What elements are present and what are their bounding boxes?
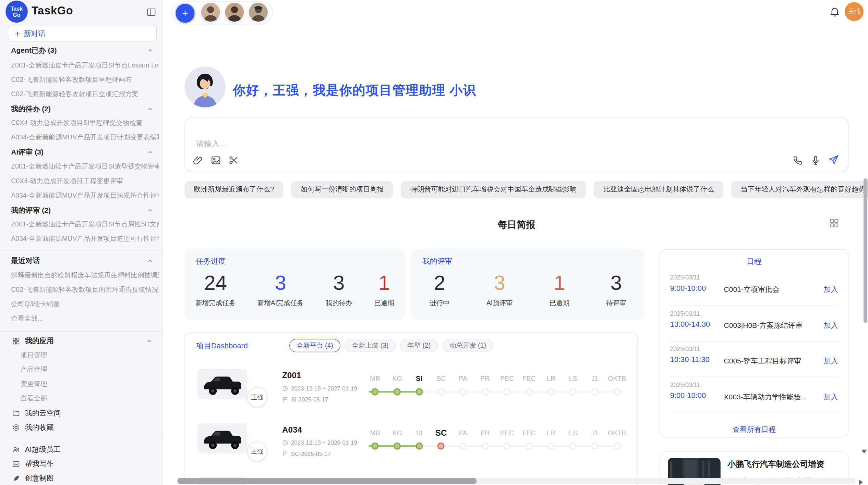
sidebar-item[interactable]: C02-飞腾新能源轻客改款项目立项汇报方案	[11, 88, 159, 100]
add-agent-button[interactable]: +	[174, 3, 195, 24]
scissors-icon[interactable]	[228, 155, 239, 166]
sidebar-item-help-me-write[interactable]: 帮我写作	[12, 458, 157, 470]
project-vehicle-image	[197, 423, 248, 453]
suggestion-chip[interactable]: 当下年轻人对汽车外观有怎样的喜好趋势	[731, 181, 868, 198]
microphone-icon[interactable]	[810, 155, 821, 165]
sidebar-item[interactable]: Z001-全新燃油皮卡产品开发项目SI节点Lesson Learn报告	[11, 59, 159, 72]
project-row-a034[interactable]: 王强 A034 2023-12-19 ~ 2026-01-19 SC-2025-…	[185, 421, 637, 474]
section-header-ai-review[interactable]: AI评审 (3)	[11, 146, 157, 159]
stat-new-ai-done: 3 新增AI完成任务	[257, 272, 304, 308]
image-upload-icon[interactable]	[210, 155, 221, 166]
agent-avatar[interactable]	[200, 2, 221, 23]
sidebar-item-my-apps[interactable]: 我的应用	[12, 335, 157, 347]
chat-input[interactable]	[195, 138, 641, 148]
sidebar-item[interactable]: C0X4-动力总成开发项目工程变更评审	[11, 175, 159, 187]
join-link[interactable]: 加入	[824, 392, 838, 402]
section-header-agent-done[interactable]: Agent已办 (3)	[11, 44, 157, 57]
milestone-dot	[459, 443, 467, 450]
recent-chat-item[interactable]: 解释最新出台的欧盟报废车法规再生塑料比例被调至15%...	[11, 269, 159, 282]
section-header-my-todo[interactable]: 我的待办 (2)	[11, 103, 157, 115]
milestone-dot	[526, 388, 533, 395]
sidebar-item-favorites[interactable]: 我的收藏	[12, 421, 157, 434]
sidebar-item-cloud-space[interactable]: 我的云空间	[12, 407, 157, 419]
send-icon[interactable]	[828, 154, 839, 165]
chevron-up-icon	[147, 106, 153, 112]
sidebar-item[interactable]: A034-全新新能源MUV产品开发项目法规符合性评审	[11, 189, 159, 202]
sidebar-collapse-icon[interactable]	[146, 7, 156, 17]
attachment-icon[interactable]	[193, 155, 204, 166]
my-apps-label: 我的应用	[25, 335, 54, 347]
schedule-time: 10:30-11:30	[670, 356, 710, 364]
sidebar-item[interactable]: A034-全新新能源MUV产品开发项目计划变更表编写	[11, 131, 159, 144]
join-link[interactable]: 加入	[824, 285, 838, 295]
news-title: 小鹏飞行汽车制造公司增资	[728, 459, 824, 470]
project-date-range-row: 2023-12-19 ~ 2027-01-19	[282, 385, 357, 391]
sidebar-item[interactable]: C0X4-动力总成开发项目SI里程碑提交物检查	[11, 117, 159, 129]
milestone-dot	[569, 388, 577, 395]
stat-label: 待评审	[606, 298, 626, 308]
app-link-project-mgmt[interactable]: 项目管理	[21, 349, 159, 361]
vertical-scrollbar-thumb[interactable]	[864, 178, 867, 323]
new-chat-label: 新对话	[24, 28, 45, 38]
chevron-up-icon	[147, 47, 153, 53]
section-header-label: 我的评审 (2)	[11, 206, 51, 214]
horizontal-scrollbar-thumb[interactable]	[177, 478, 477, 484]
schedule-card: 日程 2025/03/11 9:00-10:00 C001-立项审批会 加入 2…	[660, 249, 848, 438]
notification-bell-icon[interactable]	[829, 6, 840, 17]
new-chat-button[interactable]: + 新对话	[8, 25, 157, 42]
stat-in-progress: 2 进行中	[430, 272, 449, 308]
star-icon	[12, 424, 20, 432]
plus-icon: +	[182, 8, 188, 18]
project-owner-badge: 王强	[247, 442, 267, 461]
sidebar-item[interactable]: Z001-全新燃油轻卡产品开发项目SI造型提交物评审	[11, 160, 159, 172]
milestone-label: PEC	[496, 373, 518, 385]
sidebar-item[interactable]: C02-飞腾新能源轻客改款项目里程碑画布	[11, 74, 159, 86]
milestone-dot	[372, 388, 379, 395]
view-all-recent-link[interactable]: 查看全部...	[11, 312, 159, 325]
view-all-schedule-link[interactable]: 查看所有日程	[660, 425, 848, 435]
phone-icon[interactable]	[793, 155, 803, 165]
divider	[670, 376, 838, 377]
recent-chat-item[interactable]: 公司Q3轻卡销量	[11, 298, 159, 310]
join-link[interactable]: 加入	[824, 321, 838, 331]
section-header-recent-chats[interactable]: 最近对话	[11, 255, 157, 267]
recent-chat-item[interactable]: C02-飞腾新能源轻客改款项目的闭环通告反馈情况	[11, 284, 159, 296]
sidebar-item-ai-super-staff[interactable]: AI超级员工	[12, 444, 157, 456]
tab-powertrain[interactable]: 动总开发 (1)	[442, 339, 493, 352]
agent-avatar[interactable]	[248, 2, 269, 23]
app-logo: Task Go	[5, 1, 28, 23]
suggestion-chip[interactable]: 特朗普可能对进口汽车增税会对中国车企造成哪些影响	[401, 181, 586, 198]
scroll-right-arrow-icon[interactable]	[859, 480, 863, 485]
sidebar-item-creative-drawing[interactable]: 创意制图	[12, 472, 157, 485]
stat-my-todo: 3 我的待办	[326, 272, 352, 308]
app-link-change-mgmt[interactable]: 变更管理	[21, 378, 159, 390]
sidebar-item[interactable]: Z001-全新燃油轻卡产品开发项目SI节点属性5D文件评审	[11, 218, 159, 231]
layout-grid-icon[interactable]	[829, 218, 839, 228]
suggestion-chip[interactable]: 欧洲新规最近颁布了什么?	[184, 181, 284, 198]
sidebar-item[interactable]: A034-全新新能源MUV产品开发项目造型可行性评审	[11, 233, 159, 245]
join-link[interactable]: 加入	[824, 356, 838, 366]
project-row-z001[interactable]: 王强 Z001 2023-12-19 ~ 2027-01-19 SI-2025-…	[185, 367, 637, 420]
schedule-item: 2025/03/11 9:00-10:00 X003-车辆动力学性能验... 加…	[670, 382, 838, 413]
view-all-apps-link[interactable]: 查看全部...	[21, 392, 159, 405]
project-owner-badge: 王强	[247, 387, 267, 407]
tab-model-year[interactable]: 年型 (2)	[400, 339, 438, 352]
logo-text-top: Task	[11, 5, 23, 12]
stat-overdue: 1 已逾期	[374, 272, 394, 308]
tab-new-body[interactable]: 全新上装 (3)	[345, 339, 396, 352]
scroll-down-arrow-icon[interactable]	[861, 450, 867, 453]
clock-icon	[282, 439, 288, 446]
suggestion-chip[interactable]: 如何写一份清晰的项目周报	[291, 181, 393, 198]
schedule-event-title: C005-整车工程目标评审	[724, 356, 801, 366]
app-link-product-mgmt[interactable]: 产品管理	[21, 363, 159, 376]
user-avatar[interactable]: 王强	[845, 2, 864, 21]
project-code: Z001	[282, 371, 301, 380]
schedule-time: 9:00-10:00	[670, 284, 706, 292]
app-title: TaskGo	[32, 4, 73, 17]
milestone-dot	[481, 388, 489, 395]
suggestion-chip[interactable]: 比亚迪全固态电池计划具体说了什么	[594, 181, 723, 198]
agent-avatar[interactable]	[224, 2, 245, 23]
tab-new-platform[interactable]: 全新平台 (4)	[289, 339, 340, 352]
section-header-my-review[interactable]: 我的评审 (2)	[11, 204, 157, 217]
horizontal-scrollbar[interactable]	[177, 478, 856, 484]
